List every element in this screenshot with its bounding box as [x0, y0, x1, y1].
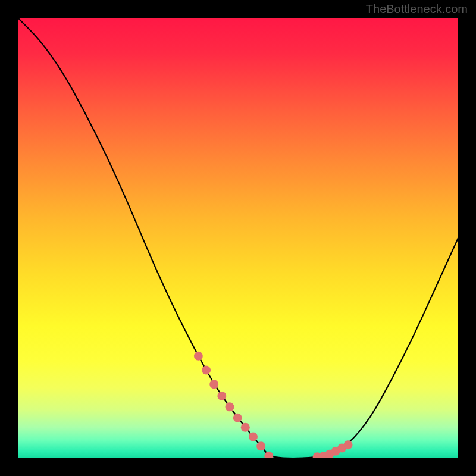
curve-marker — [233, 414, 242, 422]
curve-marker — [202, 366, 211, 375]
chart-container — [18, 18, 458, 458]
curve-marker — [249, 432, 258, 441]
curve-marker — [194, 352, 203, 361]
curve-marker — [226, 402, 234, 411]
chart-svg — [18, 18, 458, 458]
curve-marker — [217, 392, 226, 400]
curve-markers-group — [194, 352, 353, 458]
watermark-text: TheBottleneck.com — [366, 2, 468, 16]
curve-marker — [344, 440, 353, 449]
curve-marker — [256, 441, 265, 450]
curve-marker — [209, 380, 218, 389]
curve-line-group — [18, 18, 458, 458]
bottleneck-curve — [18, 18, 458, 458]
curve-marker — [241, 423, 250, 432]
